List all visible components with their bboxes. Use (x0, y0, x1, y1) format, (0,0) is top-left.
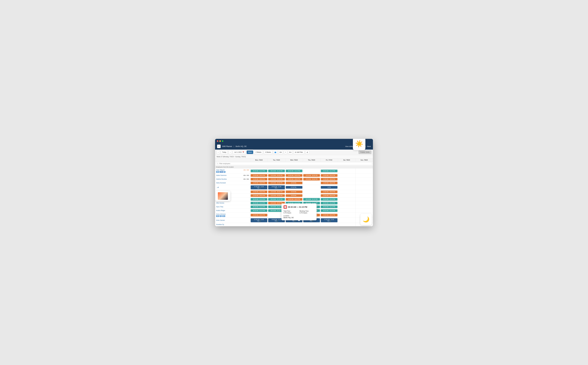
shift-block[interactable]: 07:00 PM - 11:30 PM ⚠ (251, 185, 267, 189)
shift-cell[interactable] (355, 177, 373, 181)
shift-cell[interactable]: 07:00 PM - 11:30 PM ⚠ (250, 185, 268, 190)
shift-block[interactable]: 08:30 AM - 01:15 PM (303, 198, 320, 201)
two-weeks-button[interactable]: 2 Weeks (254, 150, 263, 154)
shift-cell[interactable]: 07:00 PM - 11:30 PM ⚠ (250, 218, 268, 223)
shift-cell[interactable]: 10:00 AM - 06:00 PM (250, 174, 268, 177)
shift-cell[interactable] (338, 223, 355, 226)
table-row[interactable]: ...all07:00 PM - 11:30 PM ⚠07:00 PM - 11… (215, 185, 373, 190)
next-button[interactable]: › (229, 150, 232, 154)
shift-cell[interactable]: 10:00 AM - 06:00 PM (320, 190, 338, 194)
employee-name[interactable]: Anna Johnson (216, 213, 226, 215)
shift-cell[interactable]: 08:30 AM - 01:15 PM (268, 168, 285, 174)
shift-cell[interactable] (355, 181, 373, 185)
shift-cell[interactable] (355, 194, 373, 197)
shift-block[interactable]: 07:00 PM - 11:30 PM ⚠ (321, 218, 337, 222)
shift-cell[interactable] (338, 185, 355, 190)
shift-block[interactable]: 08:30 AM - 01:15 PM (251, 202, 267, 204)
shift-cell[interactable] (303, 194, 320, 197)
employee-name[interactable]: Adria Kenewel (216, 182, 226, 184)
shift-cell[interactable]: 10:00 AM - 06:00 PM (268, 174, 285, 177)
shift-cell[interactable] (268, 223, 285, 226)
shift-cell[interactable] (338, 181, 355, 185)
shift-cell[interactable] (338, 205, 355, 209)
employee-name[interactable]: Adan Miguet (216, 169, 225, 171)
shift-cell[interactable] (338, 197, 355, 201)
shift-cell[interactable] (338, 177, 355, 181)
employee-name[interactable]: Anne Jansen (216, 219, 225, 221)
shift-cell[interactable]: 08:30 AM - 01:15 PM (320, 205, 338, 209)
shift-cell[interactable] (355, 168, 373, 174)
shift-cell[interactable]: 10:00 AM - 06:00 PM (320, 194, 338, 197)
shift-block[interactable]: 08:30 AM - 01:15 PM (321, 170, 337, 172)
shift-block[interactable]: 08:30 AM - 01:15 PM (321, 205, 337, 208)
shift-cell[interactable] (303, 223, 320, 226)
shift-cell[interactable] (303, 181, 320, 185)
shift-cell[interactable]: 10:00 AM - 06:00 PM (250, 190, 268, 194)
employee-name[interactable]: Alfie Humes (216, 202, 224, 204)
shift-cell[interactable] (355, 209, 373, 212)
shift-cell[interactable]: 10:00 AM... (285, 181, 303, 185)
shift-block[interactable]: 10:00 AM - 06:00 PM (321, 178, 337, 181)
shift-block[interactable]: 10:00 AM - 06:00 PM (321, 214, 337, 216)
shift-cell[interactable]: 10:00 AM - 06:00 PM (320, 212, 338, 218)
shift-block[interactable]: 10:00 AM - 06:00 PM (321, 182, 337, 184)
shift-cell[interactable] (355, 174, 373, 177)
people-button[interactable]: 👥 (273, 150, 277, 154)
shift-cell[interactable]: 10:00 AM - 06:00 PM (268, 190, 285, 194)
shift-cell[interactable]: 10:00 AM - 06:00 PM (303, 174, 320, 177)
shift-cell[interactable]: 08:30 AM - 01:15 PM (250, 197, 268, 201)
shift-cell[interactable]: 10:00 AM - 06:00 PM (268, 177, 285, 181)
shift-cell[interactable]: 10:00 AM - 06:00 PM (285, 174, 303, 177)
table-row[interactable]: Aldon Shewon08:30 AM - 01:15 PM08:30 AM … (215, 197, 373, 201)
shift-cell[interactable]: 10:00 AM - 06:00 PM (285, 177, 303, 181)
add-filter-button[interactable]: ⧉ Add Filter (293, 150, 304, 154)
shift-cell[interactable] (338, 209, 355, 212)
shift-cell[interactable] (355, 201, 373, 205)
shift-block[interactable]: 10:00 AM... (286, 194, 302, 197)
shift-block[interactable]: 08:30 AM - 01:15 PM (321, 198, 337, 201)
employee-name[interactable]: Adeline Buckles (216, 178, 227, 180)
shift-cell[interactable]: 08:30 AM - 01:15 PM (250, 168, 268, 174)
shift-block[interactable]: 10:00 AM - 06:00 PM (251, 174, 267, 177)
shift-cell[interactable]: 10:00 AM - 06:00 PM (268, 194, 285, 197)
shift-cell[interactable] (355, 190, 373, 194)
table-row[interactable]: Ainsley Hutson10:00 AM - 06:00 PM10:00 A… (215, 190, 373, 194)
shift-block[interactable]: 10:00 AM - 06:00 PM (251, 178, 267, 181)
shift-cell[interactable]: 07:00 PM... (285, 185, 303, 190)
minimize-button[interactable] (219, 140, 221, 142)
table-row[interactable]: Alan Prangle10:00 AM - 06:00 PM10:00 AM … (215, 194, 373, 197)
shift-block[interactable]: 10:00 AM... (286, 190, 302, 193)
copy-button[interactable]: ⧉ ▾ (288, 150, 292, 154)
shift-cell[interactable] (338, 218, 355, 223)
shift-block[interactable]: 10:00 AM - 06:00 PM (321, 194, 337, 197)
employee-name[interactable]: Alyss Toby (216, 206, 223, 208)
shift-block[interactable]: 08:30 AM - 01:15 PM (251, 170, 267, 172)
shift-block[interactable]: 08:30 AM - 01:15 PM (251, 198, 267, 201)
shift-cell[interactable]: 08:30 AM - 01:15 PM (320, 201, 338, 205)
shift-cell[interactable]: 10:00 AM - 06:00 PM (250, 177, 268, 181)
back-button[interactable]: ← Back (365, 146, 371, 147)
shift-cell[interactable] (355, 185, 373, 190)
shift-block[interactable]: 07:00 PM... (286, 186, 302, 189)
shift-block[interactable]: 10:00 AM - 06:00 PM (251, 182, 267, 184)
shift-cell[interactable]: 10:00 AM - 06:00 PM (320, 174, 338, 177)
shift-cell[interactable]: 10:00 AM... (285, 190, 303, 194)
table-row[interactable]: Adria Kenewel10:00 AM - 06:00 PM10:00 AM… (215, 181, 373, 185)
shift-block[interactable]: 10:00 AM - 06:00 PM (286, 174, 302, 177)
shift-cell[interactable]: 10:00 AM - 06:00 PM (320, 177, 338, 181)
print-button[interactable]: 🖨 (305, 150, 309, 154)
shift-block[interactable]: 08:30 AM - 01:15 PM (251, 209, 267, 212)
table-row[interactable]: Adele Gammon40h / 40h10:00 AM - 06:00 PM… (215, 174, 373, 177)
shift-cell[interactable]: 10:00 AM - 06:00 PM (303, 177, 320, 181)
shift-block[interactable]: 11:30 (321, 186, 337, 189)
shift-cell[interactable]: 10:00 AM - 06:00 PM (285, 197, 303, 201)
shift-block[interactable]: 08:30 AM - 01:15 PM (286, 170, 302, 172)
shift-cell[interactable]: 11:30 (320, 185, 338, 190)
today-button[interactable]: Today (221, 150, 228, 154)
shift-block[interactable]: 10:00 AM - 06:00 PM (321, 174, 337, 177)
shift-block[interactable]: 07:00 PM - 11:30 PM ⚠ (251, 218, 267, 222)
close-button[interactable] (217, 140, 218, 142)
shift-block[interactable]: 10:00 AM - 06:00 PM (268, 194, 285, 197)
shift-cell[interactable]: 08:30 AM - 01:15 PM (250, 209, 268, 212)
shift-cell[interactable]: 08:30 AM - 01:15 PM (303, 197, 320, 201)
